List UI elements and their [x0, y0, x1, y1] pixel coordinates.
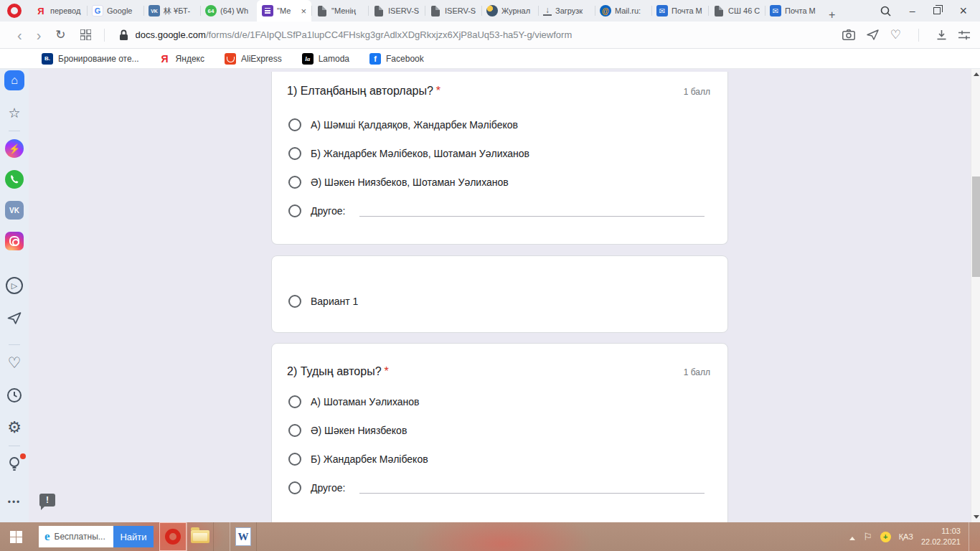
scroll-up-button[interactable] — [971, 69, 980, 79]
my-flow-icon[interactable] — [4, 308, 24, 328]
taskbar-clock[interactable]: 11:03 22.02.2021 — [921, 526, 961, 547]
find-button[interactable]: Найти — [113, 526, 154, 547]
history-clock-icon[interactable] — [4, 385, 24, 405]
option-row[interactable]: Б) Жандарбек Мәлібеков — [272, 445, 727, 474]
downloads-icon[interactable] — [936, 29, 947, 40]
radio-button[interactable] — [288, 481, 301, 494]
tab-mailru[interactable]: @ Mail.ru: — [595, 0, 651, 22]
action-center-flag-icon[interactable]: ⚐ — [863, 531, 872, 542]
sidebar-setup-more-icon[interactable]: ••• — [4, 492, 24, 512]
radio-button[interactable] — [288, 295, 301, 308]
tab-whatsapp[interactable]: 64 (64) Wh — [200, 0, 257, 22]
antivirus-tray-icon[interactable]: + — [880, 532, 891, 542]
google-forms-icon — [262, 5, 273, 17]
option-row[interactable]: А) Шәмші Қалдаяқов, Жандарбек Мәлібеков — [272, 110, 727, 139]
option-row[interactable]: Б) Жандарбек Мәлібеков, Шотаман Уәлихано… — [272, 139, 727, 168]
tab-google[interactable]: G Google — [87, 0, 143, 22]
option-row-other[interactable]: Другое: — [272, 474, 727, 502]
speed-dial-icon[interactable] — [80, 29, 91, 40]
tab-mail-1[interactable]: ✉ Почта М — [651, 0, 708, 22]
opera-logo-icon[interactable] — [7, 4, 22, 18]
url-path: /forms/d/e/1FAIpQLSfPa1lupCC4FHskg3grAdl… — [206, 29, 572, 40]
tab-journal[interactable]: Журнал — [481, 0, 538, 22]
option-label: Б) Жандарбек Мәлібеков, Шотаман Уәлихано… — [311, 148, 529, 159]
my-flow-plane-icon[interactable] — [867, 29, 879, 40]
taskbar-opera-button[interactable] — [159, 522, 187, 551]
radio-button[interactable] — [288, 147, 301, 160]
bookmark-booking[interactable]: B. Бронирование оте... — [42, 53, 139, 65]
reload-button[interactable]: ↻ — [55, 29, 65, 41]
settings-gear-icon[interactable]: ⚙ — [4, 418, 24, 438]
tab-document-menin[interactable]: "Менің — [311, 0, 368, 22]
option-row[interactable]: Ә) Шәкен Ниязбеков — [272, 416, 727, 445]
bookmark-yandex[interactable]: Я Яндекс — [159, 53, 204, 65]
new-tab-button[interactable]: + — [821, 9, 842, 22]
snapshot-camera-icon[interactable] — [842, 29, 855, 40]
other-text-input[interactable] — [359, 482, 705, 494]
tab-iserv-1[interactable]: ISERV-S — [368, 0, 425, 22]
language-indicator[interactable]: ҚАЗ — [899, 532, 913, 541]
taskbar-word-button[interactable]: W — [230, 522, 257, 551]
vk-sidebar-icon[interactable]: VK — [5, 201, 24, 220]
tab-title: Журнал — [501, 6, 533, 15]
aliexpress-icon — [225, 53, 236, 65]
radio-button[interactable] — [288, 118, 301, 131]
bookmark-label: Lamoda — [319, 54, 349, 64]
lock-icon[interactable] — [119, 29, 128, 41]
address-bar: ‹ › ↻ docs.google.com/forms/d/e/1FAIpQLS… — [0, 22, 980, 49]
instagram-icon[interactable] — [5, 232, 24, 250]
bookmark-aliexpress[interactable]: AliExpress — [225, 53, 282, 65]
bookmark-lamoda[interactable]: la Lamoda — [302, 53, 349, 65]
forward-button[interactable]: › — [37, 28, 42, 42]
divider — [9, 131, 20, 131]
option-row[interactable]: Ә) Шәкен Ниязбеков, Шотаман Уәлиханов — [272, 168, 727, 197]
bookmark-facebook[interactable]: f Facebook — [369, 53, 424, 65]
url-field[interactable]: docs.google.com/forms/d/e/1FAIpQLSfPa1lu… — [136, 29, 834, 40]
tab-strip: Я перевод G Google VK 林 ҰБТ- 64 (64) Wh … — [30, 0, 842, 22]
easy-setup-sliders-icon[interactable] — [958, 30, 970, 40]
envelope-icon: ✉ — [770, 5, 781, 17]
whatsapp-icon[interactable] — [5, 170, 24, 189]
option-row[interactable]: Вариант 1 — [272, 287, 727, 316]
tab-downloads[interactable]: ↓ Загрузк — [538, 0, 595, 22]
sidebar-bookmarks-star-icon[interactable]: ☆ — [4, 103, 24, 123]
show-desktop-button[interactable] — [969, 522, 973, 551]
bookmark-heart-icon[interactable]: ♡ — [890, 27, 901, 42]
radio-button[interactable] — [288, 176, 301, 189]
tab-title: ISERV-S — [388, 6, 420, 15]
tab-google-forms-active[interactable]: "Ме × — [257, 0, 311, 22]
minimize-button[interactable]: – — [910, 6, 915, 16]
taskbar-explorer-button[interactable] — [187, 522, 214, 551]
back-button[interactable]: ‹ — [17, 28, 22, 42]
radio-button[interactable] — [288, 204, 301, 217]
tab-close-icon[interactable]: × — [301, 6, 306, 17]
tab-yandex-translate[interactable]: Я перевод — [30, 0, 87, 22]
player-icon[interactable]: ▷ — [4, 276, 24, 296]
radio-button[interactable] — [288, 453, 301, 466]
tab-mail-2[interactable]: ✉ Почта М — [765, 0, 821, 22]
restore-button[interactable] — [933, 7, 941, 14]
tab-iserv-2[interactable]: ISERV-S — [425, 0, 481, 22]
taskbar-search-box[interactable]: e Бесплатны... Найти — [39, 526, 154, 547]
sidebar-home-button[interactable]: ⌂ — [4, 70, 24, 90]
option-row[interactable]: А) Шотаман Уәлиханов — [272, 387, 727, 416]
radio-button[interactable] — [288, 395, 301, 408]
personal-news-heart-icon[interactable]: ♡ — [4, 353, 24, 373]
close-window-button[interactable]: × — [959, 4, 967, 17]
scrollbar-thumb[interactable] — [972, 176, 980, 277]
whats-new-bulb-icon[interactable] — [4, 454, 24, 474]
messenger-icon[interactable]: ⚡ — [5, 139, 24, 158]
start-button[interactable] — [0, 522, 32, 551]
tab-school-46[interactable]: СШ 46 С — [708, 0, 765, 22]
vk-icon: VK — [149, 5, 160, 17]
tab-vk-ubt[interactable]: VK 林 ҰБТ- — [143, 0, 200, 22]
option-row-other[interactable]: Другое: — [272, 197, 727, 225]
vertical-scrollbar[interactable] — [971, 69, 980, 522]
down-arrow-icon — [974, 515, 979, 522]
tray-expand-icon[interactable] — [849, 534, 855, 540]
report-abuse-icon[interactable]: ! — [39, 494, 55, 507]
radio-button[interactable] — [288, 424, 301, 437]
scroll-down-button[interactable] — [971, 512, 980, 522]
search-icon[interactable] — [880, 6, 891, 17]
other-text-input[interactable] — [359, 205, 705, 217]
